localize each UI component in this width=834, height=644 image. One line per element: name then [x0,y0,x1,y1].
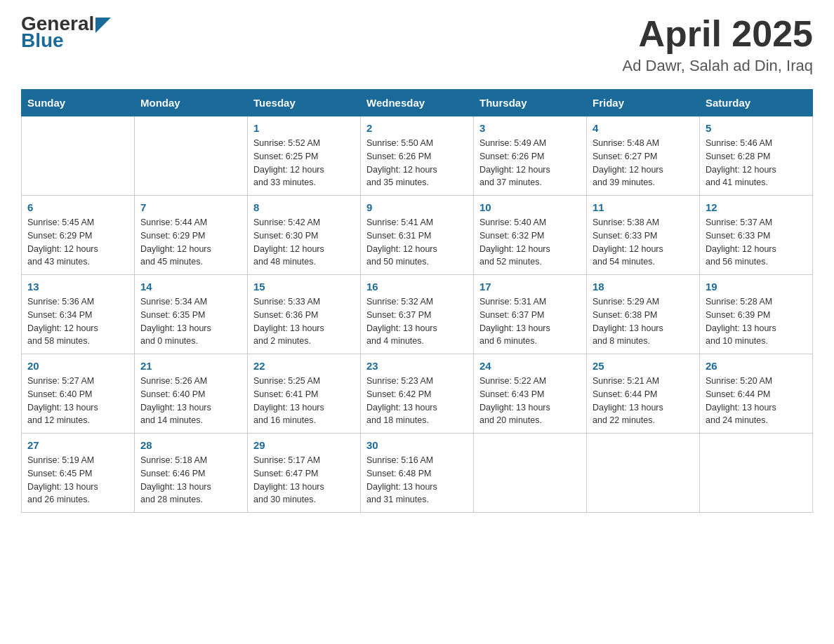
day-info: Sunrise: 5:33 AM Sunset: 6:36 PM Dayligh… [253,295,355,348]
day-info: Sunrise: 5:28 AM Sunset: 6:39 PM Dayligh… [706,295,807,348]
logo: General Blue [21,14,111,51]
day-info: Sunrise: 5:37 AM Sunset: 6:33 PM Dayligh… [706,216,807,269]
day-cell: 30Sunrise: 5:16 AM Sunset: 6:48 PM Dayli… [361,434,474,513]
calendar-body: 1Sunrise: 5:52 AM Sunset: 6:25 PM Daylig… [22,116,813,513]
day-cell: 18Sunrise: 5:29 AM Sunset: 6:38 PM Dayli… [587,275,700,354]
day-info: Sunrise: 5:16 AM Sunset: 6:48 PM Dayligh… [366,454,468,507]
day-cell [22,116,135,196]
header-cell-tuesday: Tuesday [248,90,361,116]
day-number: 7 [140,201,241,213]
header-row: SundayMondayTuesdayWednesdayThursdayFrid… [22,90,813,116]
day-cell: 20Sunrise: 5:27 AM Sunset: 6:40 PM Dayli… [22,354,135,434]
calendar-subtitle: Ad Dawr, Salah ad Din, Iraq [623,57,813,75]
day-cell: 16Sunrise: 5:32 AM Sunset: 6:37 PM Dayli… [361,275,474,354]
header-cell-thursday: Thursday [474,90,587,116]
day-number: 14 [140,281,241,293]
week-row-3: 13Sunrise: 5:36 AM Sunset: 6:34 PM Dayli… [22,275,813,354]
day-cell: 2Sunrise: 5:50 AM Sunset: 6:26 PM Daylig… [361,116,474,196]
day-cell: 27Sunrise: 5:19 AM Sunset: 6:45 PM Dayli… [22,434,135,513]
day-number: 21 [140,360,241,372]
day-cell: 1Sunrise: 5:52 AM Sunset: 6:25 PM Daylig… [248,116,361,196]
day-number: 22 [253,360,355,372]
day-info: Sunrise: 5:25 AM Sunset: 6:41 PM Dayligh… [253,375,355,427]
title-area: April 2025 Ad Dawr, Salah ad Din, Iraq [623,14,813,75]
day-cell: 14Sunrise: 5:34 AM Sunset: 6:35 PM Dayli… [135,275,248,354]
logo-arrow-icon [95,18,111,33]
day-cell: 22Sunrise: 5:25 AM Sunset: 6:41 PM Dayli… [248,354,361,434]
day-number: 20 [27,360,128,372]
day-number: 29 [253,439,355,451]
header-cell-friday: Friday [587,90,700,116]
day-number: 16 [366,281,468,293]
day-info: Sunrise: 5:17 AM Sunset: 6:47 PM Dayligh… [253,454,355,507]
day-info: Sunrise: 5:18 AM Sunset: 6:46 PM Dayligh… [140,454,241,507]
day-number: 28 [140,439,241,451]
day-number: 8 [253,201,355,213]
day-info: Sunrise: 5:38 AM Sunset: 6:33 PM Dayligh… [593,216,694,269]
day-number: 19 [706,281,807,293]
day-number: 24 [479,360,581,372]
day-number: 23 [366,360,468,372]
day-cell: 7Sunrise: 5:44 AM Sunset: 6:29 PM Daylig… [135,196,248,275]
day-info: Sunrise: 5:46 AM Sunset: 6:28 PM Dayligh… [706,137,807,189]
week-row-1: 1Sunrise: 5:52 AM Sunset: 6:25 PM Daylig… [22,116,813,196]
day-number: 30 [366,439,468,451]
day-info: Sunrise: 5:41 AM Sunset: 6:31 PM Dayligh… [366,216,468,269]
day-cell: 6Sunrise: 5:45 AM Sunset: 6:29 PM Daylig… [22,196,135,275]
day-cell: 15Sunrise: 5:33 AM Sunset: 6:36 PM Dayli… [248,275,361,354]
day-cell: 4Sunrise: 5:48 AM Sunset: 6:27 PM Daylig… [587,116,700,196]
day-number: 12 [706,201,807,213]
day-cell [474,434,587,513]
day-cell: 11Sunrise: 5:38 AM Sunset: 6:33 PM Dayli… [587,196,700,275]
week-row-2: 6Sunrise: 5:45 AM Sunset: 6:29 PM Daylig… [22,196,813,275]
day-number: 26 [706,360,807,372]
day-info: Sunrise: 5:45 AM Sunset: 6:29 PM Dayligh… [27,216,128,269]
day-number: 11 [593,201,694,213]
day-info: Sunrise: 5:31 AM Sunset: 6:37 PM Dayligh… [479,295,581,348]
calendar-table: SundayMondayTuesdayWednesdayThursdayFrid… [21,89,813,513]
day-cell: 5Sunrise: 5:46 AM Sunset: 6:28 PM Daylig… [700,116,813,196]
week-row-5: 27Sunrise: 5:19 AM Sunset: 6:45 PM Dayli… [22,434,813,513]
day-cell: 29Sunrise: 5:17 AM Sunset: 6:47 PM Dayli… [248,434,361,513]
day-number: 5 [706,122,807,134]
calendar-header: SundayMondayTuesdayWednesdayThursdayFrid… [22,90,813,116]
day-cell: 3Sunrise: 5:49 AM Sunset: 6:26 PM Daylig… [474,116,587,196]
day-cell: 13Sunrise: 5:36 AM Sunset: 6:34 PM Dayli… [22,275,135,354]
day-info: Sunrise: 5:52 AM Sunset: 6:25 PM Dayligh… [253,137,355,189]
day-info: Sunrise: 5:27 AM Sunset: 6:40 PM Dayligh… [27,375,128,427]
day-number: 3 [479,122,581,134]
day-info: Sunrise: 5:19 AM Sunset: 6:45 PM Dayligh… [27,454,128,507]
day-number: 1 [253,122,355,134]
calendar-title: April 2025 [623,14,813,54]
day-info: Sunrise: 5:50 AM Sunset: 6:26 PM Dayligh… [366,137,468,189]
day-number: 27 [27,439,128,451]
day-cell: 26Sunrise: 5:20 AM Sunset: 6:44 PM Dayli… [700,354,813,434]
day-cell: 25Sunrise: 5:21 AM Sunset: 6:44 PM Dayli… [587,354,700,434]
day-number: 4 [593,122,694,134]
day-number: 18 [593,281,694,293]
day-number: 17 [479,281,581,293]
day-cell [700,434,813,513]
header-cell-saturday: Saturday [700,90,813,116]
day-number: 15 [253,281,355,293]
day-cell: 12Sunrise: 5:37 AM Sunset: 6:33 PM Dayli… [700,196,813,275]
day-cell [587,434,700,513]
day-info: Sunrise: 5:36 AM Sunset: 6:34 PM Dayligh… [27,295,128,348]
day-info: Sunrise: 5:32 AM Sunset: 6:37 PM Dayligh… [366,295,468,348]
day-cell: 23Sunrise: 5:23 AM Sunset: 6:42 PM Dayli… [361,354,474,434]
logo-blue-text: Blue [21,31,64,51]
day-number: 9 [366,201,468,213]
header-cell-monday: Monday [135,90,248,116]
day-cell: 19Sunrise: 5:28 AM Sunset: 6:39 PM Dayli… [700,275,813,354]
day-cell: 17Sunrise: 5:31 AM Sunset: 6:37 PM Dayli… [474,275,587,354]
day-number: 13 [27,281,128,293]
day-info: Sunrise: 5:23 AM Sunset: 6:42 PM Dayligh… [366,375,468,427]
day-info: Sunrise: 5:20 AM Sunset: 6:44 PM Dayligh… [706,375,807,427]
day-cell: 21Sunrise: 5:26 AM Sunset: 6:40 PM Dayli… [135,354,248,434]
day-cell: 28Sunrise: 5:18 AM Sunset: 6:46 PM Dayli… [135,434,248,513]
day-info: Sunrise: 5:21 AM Sunset: 6:44 PM Dayligh… [593,375,694,427]
day-info: Sunrise: 5:29 AM Sunset: 6:38 PM Dayligh… [593,295,694,348]
day-cell: 24Sunrise: 5:22 AM Sunset: 6:43 PM Dayli… [474,354,587,434]
day-info: Sunrise: 5:49 AM Sunset: 6:26 PM Dayligh… [479,137,581,189]
day-number: 2 [366,122,468,134]
